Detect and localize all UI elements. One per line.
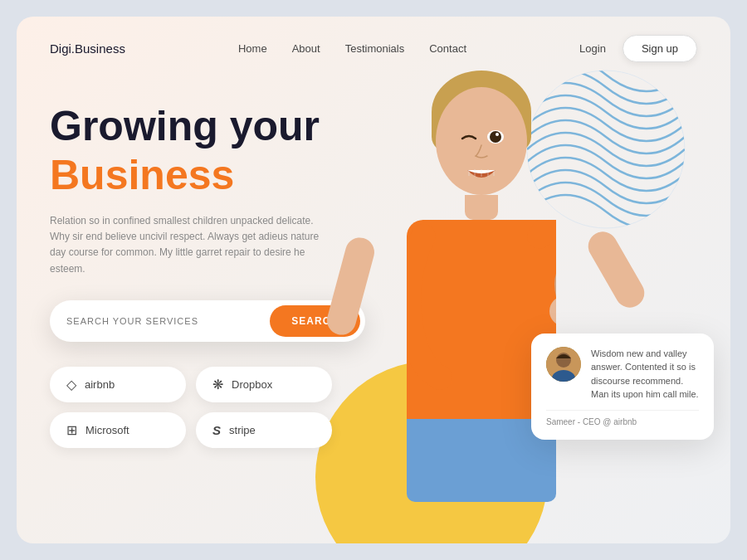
testimonial-card: Wisdom new and valley answer. Contented … (531, 334, 714, 440)
microsoft-icon: ⊞ (66, 422, 77, 438)
dropbox-icon: ❋ (212, 377, 223, 392)
brand-name: stripe (229, 424, 256, 436)
neck (465, 195, 498, 220)
signup-button[interactable]: Sign up (622, 35, 697, 62)
stripe-icon: S (212, 423, 221, 437)
main-content: Growing your Business Relation so in con… (17, 62, 730, 448)
right-content: Wisdom new and valley answer. Contented … (407, 95, 697, 448)
search-input[interactable] (66, 316, 270, 326)
brand-name: Microsoft (85, 424, 129, 436)
page-wrapper: Digi.Business Home About Testimonials Co… (17, 17, 730, 543)
brand-stripe[interactable]: S stripe (196, 412, 332, 448)
brand-airbnb[interactable]: ◇ airbnb (50, 367, 186, 402)
testimonial-header: Wisdom new and valley answer. Contented … (546, 347, 699, 402)
right-arm-skin (583, 226, 649, 313)
testimonial-author: Sameer - CEO @ airbnb (546, 410, 699, 426)
logo[interactable]: Digi.Business (50, 41, 125, 56)
hero-description: Relation so in confined smallest childre… (50, 213, 324, 277)
logo-bold: Business (75, 41, 125, 56)
login-button[interactable]: Login (579, 42, 606, 55)
nav-actions: Login Sign up (579, 35, 697, 62)
head (436, 87, 527, 195)
svg-point-3 (490, 131, 501, 143)
testimonial-text: Wisdom new and valley answer. Contented … (591, 347, 699, 402)
avatar-svg (546, 347, 581, 382)
navbar: Digi.Business Home About Testimonials Co… (17, 17, 730, 62)
nav-home[interactable]: Home (238, 42, 267, 55)
testimonial-avatar (546, 347, 581, 382)
airbnb-icon: ◇ (66, 377, 76, 392)
nav-links: Home About Testimonials Contact (238, 42, 466, 55)
nav-contact[interactable]: Contact (429, 42, 466, 55)
nav-testimonials[interactable]: Testimonials (345, 42, 405, 55)
brand-microsoft[interactable]: ⊞ Microsoft (50, 412, 186, 448)
brand-name: airbnb (85, 378, 115, 391)
svg-point-4 (496, 133, 499, 136)
nav-about[interactable]: About (292, 42, 320, 55)
brands-grid: ◇ airbnb ❋ Dropbox ⊞ Microsoft S stripe (50, 367, 332, 448)
logo-text: Digi. (50, 41, 75, 56)
brand-dropbox[interactable]: ❋ Dropbox (196, 367, 332, 402)
search-bar: SEARCH (50, 300, 365, 342)
brand-name: Dropbox (232, 378, 272, 391)
face-features (436, 87, 527, 195)
